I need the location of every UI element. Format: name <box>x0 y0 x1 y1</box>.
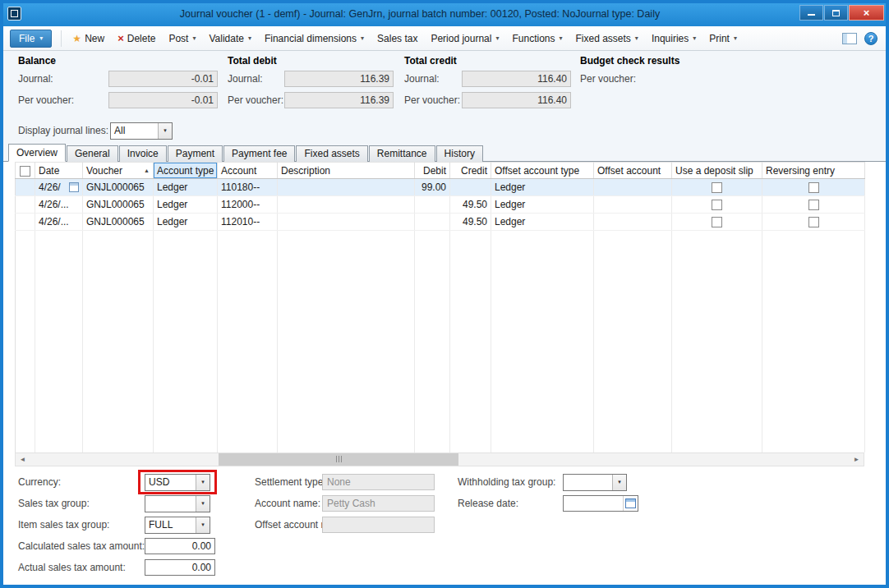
new-button[interactable]: ★ New <box>66 30 111 47</box>
credit-cell[interactable] <box>450 179 491 196</box>
date-cell[interactable]: 4/26/... <box>35 196 83 214</box>
column-header-offset-account-type[interactable]: Offset account type <box>491 163 594 179</box>
column-header-use-a-deposit-slip[interactable]: Use a deposit slip <box>672 163 762 179</box>
select-all-checkbox[interactable] <box>20 166 30 177</box>
column-header-description[interactable]: Description <box>278 163 415 179</box>
tab-general[interactable]: General <box>67 145 118 162</box>
currency-label: Currency: <box>18 474 61 490</box>
withholding-tax-group-select[interactable]: ▾ <box>563 474 627 491</box>
display-journal-lines-label: Display journal lines: <box>18 125 110 136</box>
offset-account-type-cell[interactable]: Ledger <box>491 196 594 214</box>
tab-overview[interactable]: Overview <box>8 144 66 162</box>
date-picker-icon[interactable] <box>69 182 79 192</box>
column-header-reversing-entry[interactable]: Reversing entry <box>762 163 865 179</box>
close-button[interactable]: × <box>849 5 884 21</box>
dropdown-caret-icon: ▾ <box>39 34 43 42</box>
column-header-offset-account[interactable]: Offset account <box>594 163 672 179</box>
column-header-date[interactable]: Date <box>35 163 83 179</box>
release-date-field[interactable] <box>563 495 638 512</box>
item-sales-tax-group-select[interactable]: FULL ▾ <box>145 517 210 534</box>
column-header-credit[interactable]: Credit <box>450 163 491 179</box>
chevron-down-icon[interactable]: ▾ <box>158 123 172 139</box>
offset-account-cell[interactable] <box>594 179 672 196</box>
period-journal-menu-button[interactable]: Period journal▾ <box>424 30 505 47</box>
credit-cell[interactable]: 49.50 <box>450 214 491 231</box>
table-row[interactable]: 4/26/... GNJL000065 Ledger 112000-- 49.5… <box>16 196 865 214</box>
debit-cell[interactable] <box>415 196 450 214</box>
account-type-cell[interactable]: Ledger <box>154 214 218 231</box>
date-cell[interactable]: 4/26/... <box>35 214 83 231</box>
help-icon[interactable]: ? <box>864 32 877 45</box>
file-menu-button[interactable]: File ▾ <box>10 30 52 48</box>
account-cell[interactable]: 112000-- <box>218 196 278 214</box>
field-label: Per voucher: <box>18 94 108 106</box>
account-type-cell[interactable]: Ledger <box>154 196 218 214</box>
use-deposit-slip-checkbox[interactable] <box>712 182 722 193</box>
sales-tax-group-value <box>145 496 196 512</box>
voucher-cell[interactable]: GNJL000065 <box>83 214 154 231</box>
reversing-entry-checkbox[interactable] <box>808 182 819 193</box>
reversing-entry-checkbox[interactable] <box>808 217 819 227</box>
column-header-account-type[interactable]: Account type <box>154 163 218 179</box>
sales-tax-button[interactable]: Sales tax <box>371 30 424 47</box>
column-header-voucher[interactable]: Voucher▲ <box>83 163 154 179</box>
row-selector[interactable] <box>16 179 35 196</box>
credit-cell[interactable]: 49.50 <box>450 196 491 214</box>
toolbar: File ▾ ★ New × Delete Post▾ Validate▾ Fi… <box>3 26 886 51</box>
column-header-debit[interactable]: Debit <box>415 163 450 179</box>
table-row[interactable]: 4/26/ GNJL000065 Ledger 110180-- 99.00 L… <box>16 179 865 196</box>
description-cell[interactable] <box>278 196 415 214</box>
chevron-down-icon[interactable]: ▾ <box>196 496 210 512</box>
post-menu-button[interactable]: Post▾ <box>162 30 202 47</box>
debit-cell[interactable] <box>415 214 450 231</box>
tab-fixed-assets[interactable]: Fixed assets <box>296 145 367 162</box>
account-cell[interactable]: 110180-- <box>218 179 278 196</box>
column-header-account[interactable]: Account <box>218 163 278 179</box>
functions-menu-button[interactable]: Functions▾ <box>505 30 569 47</box>
validate-menu-button[interactable]: Validate▾ <box>202 30 258 47</box>
print-menu-button[interactable]: Print▾ <box>702 30 744 47</box>
field-label: Per voucher: <box>404 94 462 106</box>
scroll-left-arrow[interactable]: ◄ <box>16 453 30 466</box>
offset-account-cell[interactable] <box>594 214 672 231</box>
display-journal-lines-select[interactable]: All ▾ <box>110 122 173 140</box>
sales-tax-group-select[interactable]: ▾ <box>145 495 210 512</box>
use-deposit-slip-checkbox[interactable] <box>712 217 722 227</box>
scroll-right-arrow[interactable]: ► <box>850 453 864 466</box>
reversing-entry-checkbox[interactable] <box>808 200 819 210</box>
tab-invoice[interactable]: Invoice <box>119 145 167 162</box>
debit-cell[interactable]: 99.00 <box>415 179 450 196</box>
offset-account-type-cell[interactable]: Ledger <box>491 214 594 231</box>
total-credit-journal-field: 116.40 <box>462 71 571 87</box>
scrollbar-track[interactable] <box>30 453 850 466</box>
account-type-cell[interactable]: Ledger <box>154 179 218 196</box>
delete-button[interactable]: × Delete <box>111 30 162 47</box>
minimize-button[interactable] <box>799 5 823 21</box>
voucher-cell[interactable]: GNJL000065 <box>83 179 154 196</box>
account-cell[interactable]: 112010-- <box>218 214 278 231</box>
tab-remittance[interactable]: Remittance <box>369 145 435 162</box>
tab-payment[interactable]: Payment <box>168 145 223 162</box>
description-cell[interactable] <box>278 179 415 196</box>
use-deposit-slip-checkbox[interactable] <box>712 200 722 210</box>
table-row[interactable]: 4/26/... GNJL000065 Ledger 112010-- 49.5… <box>16 214 865 231</box>
maximize-button[interactable] <box>824 5 848 21</box>
offset-account-cell[interactable] <box>594 196 672 214</box>
inquiries-menu-button[interactable]: Inquiries▾ <box>645 30 702 47</box>
tab-history[interactable]: History <box>436 145 483 162</box>
chevron-down-icon[interactable]: ▾ <box>612 475 626 490</box>
offset-account-type-cell[interactable]: Ledger <box>491 179 594 196</box>
financial-dimensions-menu-button[interactable]: Financial dimensions▾ <box>258 30 371 47</box>
calculated-sales-tax-amount-label: Calculated sales tax amount: <box>18 538 145 554</box>
calendar-icon[interactable] <box>623 496 638 511</box>
voucher-cell[interactable]: GNJL000065 <box>83 196 154 214</box>
description-cell[interactable] <box>278 214 415 231</box>
switch-view-icon[interactable] <box>842 33 857 44</box>
row-selector[interactable] <box>16 196 35 214</box>
row-selector[interactable] <box>16 214 35 231</box>
scrollbar-thumb[interactable] <box>219 453 458 466</box>
fixed-assets-menu-button[interactable]: Fixed assets▾ <box>569 30 645 47</box>
tab-payment-fee[interactable]: Payment fee <box>223 145 295 162</box>
chevron-down-icon[interactable]: ▾ <box>196 517 210 533</box>
horizontal-scrollbar[interactable]: ◄ ► <box>15 452 864 466</box>
